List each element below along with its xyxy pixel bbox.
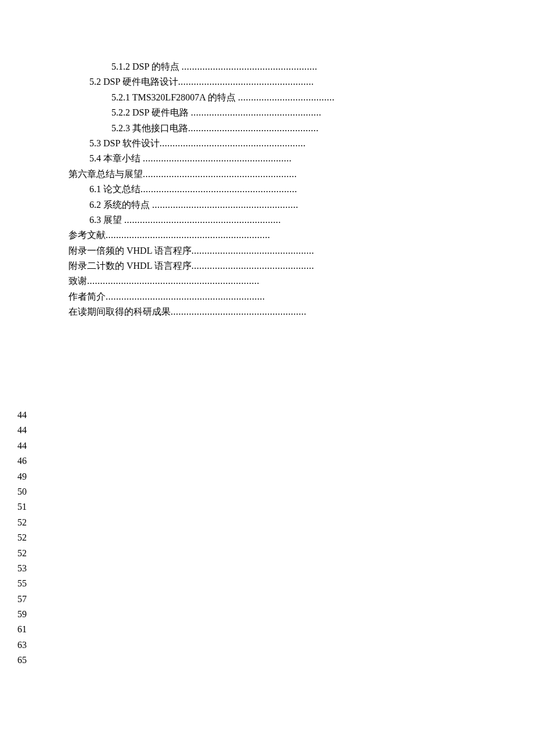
toc-label: 5.2 DSP 硬件电路设计 [89,77,178,87]
toc-entry: 6.2 系统的特点 ..............................… [68,197,463,213]
toc-entry: 5.2.2 DSP 硬件电路 .........................… [68,105,463,120]
page-number: 44 [17,408,27,423]
toc-label: 5.2.1 TMS320LF28007A 的特点 [111,92,238,102]
page-number: 63 [17,638,27,653]
page-number: 61 [17,622,27,637]
toc-leader: ........................................… [160,138,306,148]
toc-label: 5.1.2 DSP 的特点 [111,62,182,71]
toc-entry: 致谢......................................… [68,273,463,289]
toc-leader: ........................................… [106,230,270,240]
toc-label: 6.2 系统的特点 [89,200,152,210]
toc-label: 附录一倍频的 VHDL 语言程序 [68,246,192,255]
page-number: 49 [17,469,27,484]
toc-leader: ........................................… [124,215,281,225]
toc-label: 在读期间取得的科研成果 [68,307,171,316]
toc-entry: 参考文献....................................… [68,228,463,243]
toc-entry: 第六章总结与展望................................… [68,167,463,182]
toc-leader: ........................................… [191,107,322,117]
toc-leader: ........................................… [171,307,306,316]
toc-label: 5.3 DSP 软件设计 [89,138,160,148]
toc-entry: 5.2.1 TMS320LF28007A 的特点 ...............… [68,90,463,105]
page-number: 52 [17,546,27,561]
toc-leader: ........................................… [143,169,297,179]
toc-label: 致谢 [68,276,87,286]
toc-label: 附录二计数的 VHDL 语言程序 [68,261,192,271]
toc-entry: 5.1.2 DSP 的特点 ..........................… [68,59,463,74]
toc-leader: ........................................… [143,153,292,163]
toc-entry: 附录二计数的 VHDL 语言程序........................… [68,258,463,273]
toc-entry: 5.2 DSP 硬件电路设计..........................… [68,74,463,89]
toc-label: 参考文献 [68,230,106,240]
toc-leader: ........................................… [178,77,314,87]
toc-label: 6.3 展望 [89,215,124,225]
toc-leader: ........................................… [182,62,317,71]
page-number: 44 [17,438,27,453]
page-number: 50 [17,484,27,499]
page-number: 53 [17,561,27,576]
toc-leader: ........................................… [188,123,319,133]
toc-leader: ........................................… [140,184,297,194]
toc-label: 5.4 本章小结 [89,153,143,163]
page-number: 52 [17,530,27,545]
toc-entry: 6.1 论文总结................................… [68,182,463,197]
page-number: 46 [17,453,27,469]
page-numbers-column: 44 44 44 46 49 50 51 52 52 52 53 55 57 5… [17,408,27,668]
page-number: 57 [17,592,27,607]
toc-label: 第六章总结与展望 [68,169,143,179]
toc-leader: ........................................… [106,291,265,301]
toc-label: 5.2.3 其他接口电路 [111,123,188,133]
toc-entry: 5.2.3 其他接口电路............................… [68,121,463,136]
toc-label: 6.1 论文总结 [89,184,140,194]
toc-leader: ........................................… [192,246,315,255]
toc-label: 作者简介 [68,291,106,301]
toc-entry: 5.4 本章小结 ...............................… [68,151,463,166]
toc-leader: ........................................… [192,261,315,271]
toc-entry: 作者简介....................................… [68,289,463,304]
page-number: 65 [17,653,27,668]
toc-leader: ........................................… [152,200,298,210]
table-of-contents: 5.1.2 DSP 的特点 ..........................… [68,59,463,320]
toc-entry: 在读期间取得的科研成果.............................… [68,304,463,319]
toc-entry: 5.3 DSP 软件设计............................… [68,136,463,151]
page-number: 52 [17,515,27,530]
page-number: 51 [17,499,27,514]
toc-leader: ..................................... [238,92,335,102]
toc-leader: ........................................… [87,276,259,286]
page-number: 55 [17,576,27,591]
toc-entry: 6.3 展望 .................................… [68,213,463,228]
toc-entry: 附录一倍频的 VHDL 语言程序........................… [68,243,463,258]
page-number: 44 [17,423,27,438]
page-number: 59 [17,607,27,622]
toc-label: 5.2.2 DSP 硬件电路 [111,107,191,117]
